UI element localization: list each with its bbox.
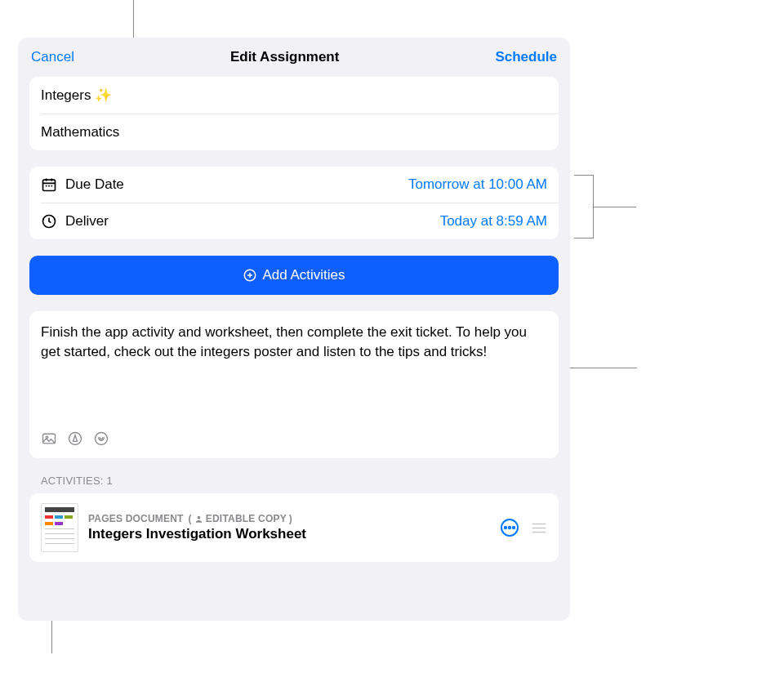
modal-content: Integers ✨ Mathematics Due Dat: [18, 77, 570, 621]
schedule-card: Due Date Tomorrow at 10:00 AM Deliver To…: [29, 167, 559, 239]
instructions-textarea[interactable]: Finish the app activity and worksheet, t…: [41, 323, 547, 419]
activity-thumbnail: [41, 503, 78, 552]
activity-actions: [500, 518, 547, 537]
audio-icon[interactable]: [93, 430, 109, 447]
callout-line: [594, 207, 636, 207]
activity-info: PAGES DOCUMENT ( EDITABLE COPY) Integers…: [88, 513, 490, 542]
deliver-value[interactable]: Today at 8:59 AM: [440, 213, 547, 230]
svg-point-14: [96, 433, 108, 445]
deliver-row[interactable]: Deliver Today at 8:59 AM: [29, 203, 559, 239]
class-input[interactable]: Mathematics: [29, 114, 559, 150]
modal-title: Edit Assignment: [230, 49, 340, 65]
clock-icon: [41, 213, 57, 230]
photo-icon[interactable]: [41, 430, 57, 447]
plus-circle-icon: [243, 268, 257, 283]
deliver-label: Deliver: [65, 213, 440, 230]
assignment-name-input[interactable]: Integers ✨: [29, 77, 559, 114]
calendar-icon: [41, 176, 57, 193]
callout-bracket: [574, 175, 594, 239]
activity-item[interactable]: PAGES DOCUMENT ( EDITABLE COPY) Integers…: [29, 493, 559, 562]
svg-point-18: [509, 527, 510, 528]
draw-icon[interactable]: [67, 430, 83, 447]
activity-type-label: PAGES DOCUMENT: [88, 513, 184, 524]
edit-assignment-modal: Cancel Edit Assignment Schedule Integers…: [18, 38, 570, 621]
drag-handle-icon[interactable]: [531, 522, 547, 533]
add-activities-button[interactable]: Add Activities: [29, 256, 559, 295]
due-date-value[interactable]: Tomorrow at 10:00 AM: [408, 176, 547, 193]
person-icon: [194, 515, 203, 524]
schedule-button[interactable]: Schedule: [495, 49, 557, 65]
due-date-row[interactable]: Due Date Tomorrow at 10:00 AM: [29, 167, 559, 203]
add-activities-label: Add Activities: [262, 267, 345, 283]
name-class-card: Integers ✨ Mathematics: [29, 77, 559, 150]
activities-section-label: ACTIVITIES: 1: [29, 475, 559, 493]
activity-badge-label: EDITABLE COPY: [206, 513, 287, 524]
modal-header: Cancel Edit Assignment Schedule: [18, 38, 570, 77]
instructions-card: Finish the app activity and worksheet, t…: [29, 311, 559, 458]
activity-meta: PAGES DOCUMENT ( EDITABLE COPY): [88, 513, 490, 524]
cancel-button[interactable]: Cancel: [31, 49, 74, 65]
more-icon[interactable]: [500, 518, 519, 537]
due-date-label: Due Date: [65, 176, 408, 193]
svg-point-19: [513, 527, 514, 528]
attachment-toolbar: [41, 430, 547, 447]
svg-point-17: [505, 527, 506, 528]
svg-point-15: [197, 515, 200, 519]
activity-title: Integers Investigation Worksheet: [88, 526, 490, 542]
